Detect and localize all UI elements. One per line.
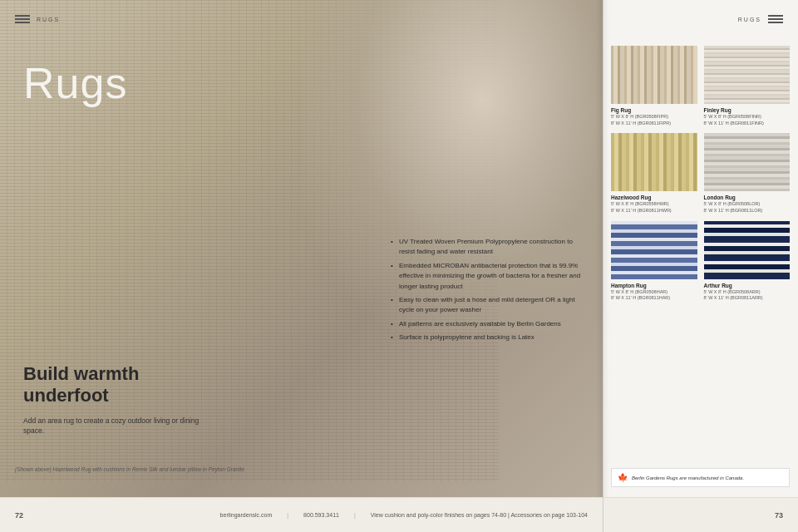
- rug-name: Hazelwood Rug: [611, 195, 697, 200]
- left-header: RUGS: [15, 15, 60, 23]
- gutter-shadow: [596, 0, 603, 532]
- rug-swatch-london: [704, 133, 791, 191]
- right-header-label: RUGS: [738, 17, 761, 22]
- rug-sku: 5' W X 8' H (BGR0508FIPR) 8' W X 11' H (…: [611, 114, 697, 126]
- features-ul: UV Treated Woven Premium Polypropylene c…: [391, 237, 582, 343]
- page-number-right: 73: [775, 511, 783, 520]
- rug-sku: 5' W X 8' H (BGR0508LOR) 8' W X 11' H (B…: [704, 201, 791, 214]
- divider1: |: [287, 512, 288, 518]
- rug-name: London Rug: [704, 195, 791, 200]
- rug-item: Fig Rug5' W X 8' H (BGR0508FIPR) 8' W X …: [611, 46, 697, 126]
- footer-notice: 🍁 Berlin Gardens Rugs are manufactured i…: [611, 468, 790, 487]
- maple-leaf-icon: 🍁: [618, 473, 628, 482]
- build-warmth-heading: Build warmthunderfoot: [23, 363, 206, 407]
- right-header: RUGS: [738, 15, 783, 23]
- divider2: |: [354, 512, 356, 518]
- right-gutter-shadow: [603, 0, 609, 532]
- rug-swatch-fig: [611, 46, 697, 104]
- page-title: Rugs: [23, 58, 127, 108]
- bottom-bar-left: 72 berlingardenslc.com | 800.593.3411 | …: [0, 497, 603, 532]
- rug-swatch-hampton: [611, 221, 697, 279]
- rug-item: Arthur Rug5' W X 8' H (BGR0508ARR) 8' W …: [704, 221, 791, 302]
- bottom-nav-info: View cushion and poly-color finishes on …: [371, 512, 588, 518]
- build-warmth-section: Build warmthunderfoot Add an area rug to…: [23, 363, 206, 436]
- right-page: RUGS Fig Rug5' W X 8' H (BGR0508FIPR) 8'…: [603, 0, 798, 532]
- rug-name: Finley Rug: [704, 107, 791, 113]
- rug-name: Fig Rug: [611, 107, 697, 113]
- rug-item: Finley Rug5' W X 8' H (BGR0508FINR) 8' W…: [704, 46, 791, 126]
- feature-bullet: Easy to clean with just a hose and mild …: [391, 295, 582, 316]
- bottom-info: berlingardenslc.com | 800.593.3411 | Vie…: [220, 512, 588, 518]
- features-list: UV Treated Woven Premium Polypropylene c…: [391, 237, 582, 347]
- caption: (Shown above) Hazelwood Rug with cushion…: [15, 466, 244, 472]
- footer-notice-text: Berlin Gardens Rugs are manufactured in …: [632, 475, 744, 480]
- rug-swatch-finley: [704, 46, 791, 104]
- page-divider: [603, 0, 603, 532]
- rug-swatch-arthur: [704, 221, 791, 279]
- rug-sku: 5' W X 8' H (BGR0508HAR) 8' W X 11' H (B…: [611, 289, 697, 302]
- rug-name: Hampton Rug: [611, 283, 697, 288]
- rug-grid: Fig Rug5' W X 8' H (BGR0508FIPR) 8' W X …: [611, 46, 790, 302]
- header-lines-icon: [15, 15, 30, 23]
- page-number-left: 72: [15, 511, 23, 520]
- rug-item: Hazelwood Rug5' W X 8' H (BGR0558HWR) 8'…: [611, 133, 697, 214]
- bottom-bar-right: 73: [603, 497, 798, 532]
- rug-item: London Rug5' W X 8' H (BGR0508LOR) 8' W …: [704, 133, 791, 214]
- left-page: RUGS Rugs UV Treated Woven Premium Polyp…: [0, 0, 603, 532]
- rug-item: Hampton Rug5' W X 8' H (BGR0508HAR) 8' W…: [611, 221, 697, 302]
- right-header-lines-icon: [768, 15, 783, 23]
- feature-bullet: Surface is polypropylene and backing is …: [391, 332, 582, 342]
- left-header-label: RUGS: [37, 17, 60, 22]
- feature-bullet: UV Treated Woven Premium Polypropylene c…: [391, 237, 582, 258]
- build-warmth-subtext: Add an area rug to create a cozy outdoor…: [23, 416, 206, 437]
- rug-sku: 5' W X 8' H (BGR0558HWR) 8' W X 11' H (B…: [611, 201, 697, 214]
- bottom-website[interactable]: berlingardenslc.com: [220, 512, 273, 518]
- rug-sku: 5' W X 8' H (BGR0508FINR) 8' W X 11' H (…: [704, 114, 791, 126]
- rug-name: Arthur Rug: [704, 283, 791, 288]
- rug-sku: 5' W X 8' H (BGR0508ARR) 8' W X 11' H (B…: [704, 289, 791, 302]
- bottom-phone: 800.593.3411: [303, 512, 339, 518]
- rug-swatch-hazelwood: [611, 133, 697, 191]
- feature-bullet: All patterns are exclusively available b…: [391, 319, 582, 329]
- feature-bullet: Embedded MICROBAN antibacterial protecti…: [391, 261, 582, 292]
